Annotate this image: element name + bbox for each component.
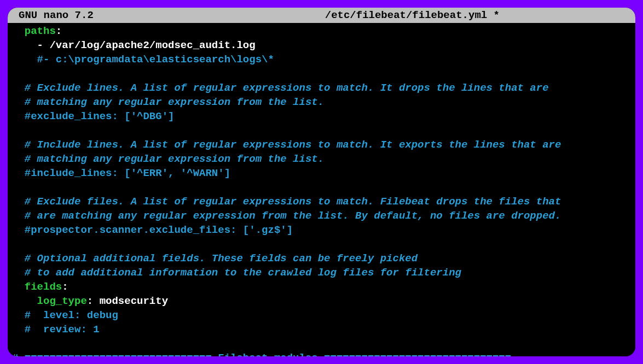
file-path: /etc/filebeat/filebeat.yml * [325, 9, 631, 21]
yaml-comment: # matching any regular expression from t… [12, 153, 324, 165]
yaml-comment: #- c:\programdata\elasticsearch\logs\* [12, 54, 274, 66]
yaml-key-paths: paths [12, 25, 56, 37]
yaml-comment: # Optional additional fields. These fiel… [12, 253, 418, 265]
yaml-comment: # level: debug [12, 309, 118, 321]
yaml-value: : modsecurity [87, 295, 168, 307]
colon: : [56, 25, 62, 37]
yaml-comment: # review: 1 [12, 324, 100, 336]
yaml-comment: #prospector.scanner.exclude_files: ['.gz… [12, 224, 293, 236]
yaml-comment: # Exclude lines. A list of regular expre… [12, 82, 549, 94]
app-name: GNU nano 7.2 [12, 9, 94, 21]
yaml-comment: # Exclude files. A list of regular expre… [12, 196, 561, 208]
titlebar-gap [94, 9, 325, 21]
colon: : [62, 281, 68, 293]
yaml-comment: # Include lines. A list of regular expre… [12, 139, 561, 151]
yaml-comment: # to add additional information to the c… [12, 267, 461, 279]
yaml-comment: #exclude_lines: ['^DBG'] [12, 110, 174, 122]
editor-viewport[interactable]: paths: - /var/log/apache2/modsec_audit.l… [8, 23, 635, 356]
nano-titlebar: GNU nano 7.2 /etc/filebeat/filebeat.yml … [8, 8, 635, 23]
yaml-comment: #include_lines: ['^ERR', '^WARN'] [12, 167, 230, 179]
yaml-key-fields: fields [12, 281, 62, 293]
yaml-section-header: # ============================== Filebea… [12, 352, 511, 356]
yaml-comment: # matching any regular expression from t… [12, 96, 324, 108]
terminal-window: GNU nano 7.2 /etc/filebeat/filebeat.yml … [8, 8, 635, 356]
yaml-value: - /var/log/apache2/modsec_audit.log [12, 39, 256, 51]
yaml-comment: # are matching any regular expression fr… [12, 210, 561, 222]
terminal-frame: GNU nano 7.2 /etc/filebeat/filebeat.yml … [4, 4, 639, 360]
yaml-key-logtype: log_type [12, 295, 87, 307]
